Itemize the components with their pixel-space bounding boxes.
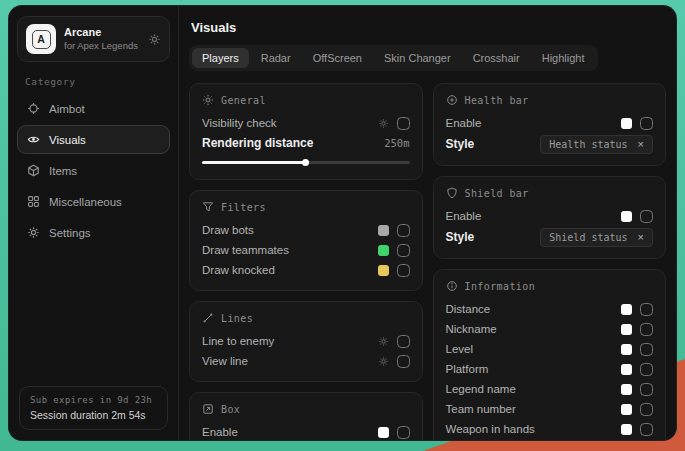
color-swatch[interactable] bbox=[621, 404, 632, 415]
gear-icon[interactable] bbox=[378, 336, 389, 347]
panel-title: Filters bbox=[221, 202, 266, 213]
setting-row-shield-enable: Enable bbox=[446, 206, 654, 226]
box-enable-checkbox[interactable] bbox=[397, 426, 410, 439]
slider-value: 250m bbox=[384, 137, 409, 149]
crosshair-icon bbox=[27, 102, 40, 115]
color-swatch[interactable] bbox=[621, 118, 632, 129]
platform-checkbox[interactable] bbox=[640, 363, 653, 376]
category-label: Category bbox=[25, 76, 164, 87]
brand-card[interactable]: A Arcane for Apex Legends bbox=[17, 16, 170, 62]
view-line-checkbox[interactable] bbox=[397, 355, 410, 368]
color-swatch[interactable] bbox=[621, 211, 632, 222]
tab-crosshair[interactable]: Crosshair bbox=[463, 48, 530, 68]
tab-radar[interactable]: Radar bbox=[251, 48, 301, 68]
sidebar-nav: Aimbot Visuals Items bbox=[17, 94, 170, 247]
distance-checkbox[interactable] bbox=[640, 303, 653, 316]
panel-lines: Lines Line to enemy bbox=[189, 301, 423, 382]
draw-teammates-checkbox[interactable] bbox=[397, 244, 410, 257]
sub-expiry-text: Sub expires in 9d 23h bbox=[30, 395, 157, 405]
setting-row-line-to-enemy: Line to enemy bbox=[202, 331, 410, 351]
shield-icon bbox=[446, 187, 458, 199]
setting-row-platform: Platform bbox=[446, 359, 654, 379]
slider-thumb[interactable] bbox=[302, 159, 309, 166]
tab-bar: Players Radar OffScreen Skin Changer Cro… bbox=[189, 45, 598, 71]
setting-row-weapon-in-hands: Weapon in hands bbox=[446, 419, 654, 439]
visibility-check-checkbox[interactable] bbox=[397, 117, 410, 130]
subscription-card: Sub expires in 9d 23h Session duration 2… bbox=[19, 386, 168, 430]
color-swatch[interactable] bbox=[621, 424, 632, 435]
nickname-checkbox[interactable] bbox=[640, 323, 653, 336]
gear-icon[interactable] bbox=[378, 118, 389, 129]
sidebar-item-miscellaneous[interactable]: Miscellaneous bbox=[17, 187, 170, 216]
gear-icon[interactable] bbox=[148, 33, 161, 46]
panel-title: General bbox=[221, 95, 266, 106]
sidebar-item-items[interactable]: Items bbox=[17, 156, 170, 185]
sidebar-item-label: Aimbot bbox=[49, 103, 85, 115]
cube-icon bbox=[27, 164, 40, 177]
app-subtitle: for Apex Legends bbox=[64, 40, 140, 52]
legend-name-checkbox[interactable] bbox=[640, 383, 653, 396]
line-icon bbox=[202, 312, 214, 324]
health-style-select[interactable]: Health status × bbox=[540, 135, 653, 154]
line-to-enemy-checkbox[interactable] bbox=[397, 335, 410, 348]
page-title: Visuals bbox=[191, 20, 666, 35]
draw-bots-checkbox[interactable] bbox=[397, 224, 410, 237]
setting-row-team-number: Team number bbox=[446, 399, 654, 419]
close-icon[interactable]: × bbox=[638, 232, 644, 243]
weapon-in-hands-checkbox[interactable] bbox=[640, 423, 653, 436]
panel-title: Lines bbox=[221, 313, 253, 324]
setting-row-nickname: Nickname bbox=[446, 319, 654, 339]
sidebar-item-visuals[interactable]: Visuals bbox=[17, 125, 170, 154]
setting-row-health-enable: Enable bbox=[446, 113, 654, 133]
sidebar-item-label: Items bbox=[49, 165, 77, 177]
panel-information: Information Distance Nickname Level bbox=[433, 269, 667, 440]
panel-filters: Filters Draw bots Draw teammates bbox=[189, 190, 423, 291]
color-swatch[interactable] bbox=[378, 225, 389, 236]
grid-icon bbox=[27, 195, 40, 208]
color-swatch[interactable] bbox=[621, 324, 632, 335]
setting-row-rendering-distance: Rendering distance 250m bbox=[202, 133, 410, 153]
health-enable-checkbox[interactable] bbox=[640, 117, 653, 130]
gear-icon bbox=[27, 226, 40, 239]
panel-title: Box bbox=[221, 404, 240, 415]
main-content: Visuals Players Radar OffScreen Skin Cha… bbox=[179, 6, 676, 440]
tab-skin-changer[interactable]: Skin Changer bbox=[374, 48, 461, 68]
tab-players[interactable]: Players bbox=[192, 48, 249, 68]
color-swatch[interactable] bbox=[621, 344, 632, 355]
rendering-distance-slider[interactable] bbox=[202, 158, 410, 166]
color-swatch[interactable] bbox=[378, 265, 389, 276]
color-swatch[interactable] bbox=[378, 427, 389, 438]
setting-row-draw-bots: Draw bots bbox=[202, 220, 410, 240]
panel-general: General Visibility check bbox=[189, 83, 423, 180]
info-icon bbox=[446, 280, 458, 292]
sidebar-item-label: Settings bbox=[49, 227, 91, 239]
sidebar-item-label: Visuals bbox=[49, 134, 86, 146]
sidebar: A Arcane for Apex Legends Category bbox=[9, 6, 179, 440]
team-number-checkbox[interactable] bbox=[640, 403, 653, 416]
setting-row-draw-knocked: Draw knocked bbox=[202, 260, 410, 280]
panel-title: Health bar bbox=[465, 95, 529, 106]
setting-row-view-line: View line bbox=[202, 351, 410, 371]
session-duration-text: Session duration 2m 54s bbox=[30, 409, 157, 421]
tab-highlight[interactable]: Highlight bbox=[532, 48, 595, 68]
sidebar-item-settings[interactable]: Settings bbox=[17, 218, 170, 247]
panel-box: Box Enable Enable background bbox=[189, 392, 423, 440]
gear-icon[interactable] bbox=[378, 356, 389, 367]
panel-title: Information bbox=[465, 281, 536, 292]
tab-offscreen[interactable]: OffScreen bbox=[303, 48, 372, 68]
setting-row-box-enable: Enable bbox=[202, 422, 410, 440]
panel-title: Shield bar bbox=[465, 188, 529, 199]
setting-row-shield-style: Style Shield status × bbox=[446, 226, 654, 248]
sun-icon bbox=[202, 94, 214, 106]
shield-style-select[interactable]: Shield status × bbox=[540, 228, 653, 247]
level-checkbox[interactable] bbox=[640, 343, 653, 356]
color-swatch[interactable] bbox=[621, 384, 632, 395]
color-swatch[interactable] bbox=[621, 364, 632, 375]
setting-row-draw-teammates: Draw teammates bbox=[202, 240, 410, 260]
close-icon[interactable]: × bbox=[638, 139, 644, 150]
shield-enable-checkbox[interactable] bbox=[640, 210, 653, 223]
color-swatch[interactable] bbox=[621, 304, 632, 315]
color-swatch[interactable] bbox=[378, 245, 389, 256]
draw-knocked-checkbox[interactable] bbox=[397, 264, 410, 277]
sidebar-item-aimbot[interactable]: Aimbot bbox=[17, 94, 170, 123]
